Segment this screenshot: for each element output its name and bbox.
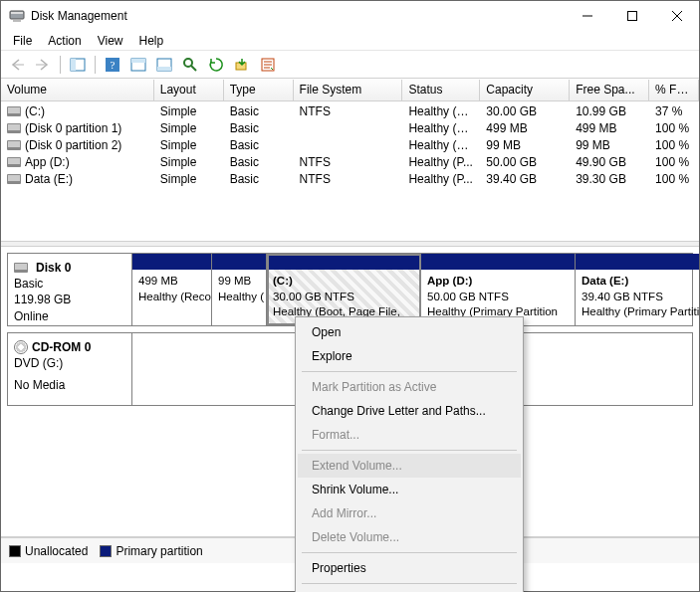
partition-strip: 499 MBHealthy (Reco 99 MBHealthy ( (C:)3…: [132, 254, 699, 325]
properties-button[interactable]: [256, 54, 280, 76]
partition-stripe: [576, 254, 699, 270]
volume-row[interactable]: (Disk 0 partition 1) Simple Basic Health…: [1, 119, 699, 136]
menu-action[interactable]: Action: [40, 32, 89, 50]
disk-title: Disk 0: [36, 260, 71, 276]
toolbar-separator: [60, 56, 61, 74]
volume-row[interactable]: (Disk 0 partition 2) Simple Basic Health…: [1, 136, 699, 153]
volume-icon: [7, 174, 21, 184]
ctx-help[interactable]: Help: [298, 587, 521, 592]
nav-forward-button[interactable]: [31, 54, 55, 76]
volume-name: (Disk 0 partition 2): [25, 138, 121, 152]
help-button[interactable]: ?: [101, 54, 124, 76]
svg-rect-2: [13, 20, 21, 22]
settings-bottom-button[interactable]: [152, 54, 176, 76]
rescan-disks-button[interactable]: [178, 54, 202, 76]
svg-rect-5: [71, 59, 76, 71]
window-title: Disk Management: [31, 9, 565, 23]
ctx-properties[interactable]: Properties: [298, 556, 521, 580]
ctx-delete-volume[interactable]: Delete Volume...: [298, 525, 521, 549]
volume-name: (Disk 0 partition 1): [25, 121, 121, 135]
refresh-button[interactable]: [204, 54, 228, 76]
ctx-explore[interactable]: Explore: [298, 344, 521, 368]
partition-c[interactable]: (C:)30.00 GB NTFSHealthy (Boot, Page Fil…: [267, 254, 421, 325]
col-type[interactable]: Type: [224, 80, 294, 100]
volume-list-body: (C:) Simple Basic NTFS Healthy (B... 30.…: [1, 101, 699, 241]
volume-layout: Simple: [154, 104, 224, 118]
volume-list-header: Volume Layout Type File System Status Ca…: [1, 80, 699, 101]
volume-free: 10.99 GB: [570, 104, 649, 118]
col-layout[interactable]: Layout: [154, 80, 224, 100]
disk-state: Online: [14, 308, 125, 324]
close-button[interactable]: [654, 1, 699, 31]
ctx-change-letter[interactable]: Change Drive Letter and Paths...: [298, 399, 521, 423]
swatch-primary: [100, 545, 112, 557]
volume-row[interactable]: App (D:) Simple Basic NTFS Healthy (P...…: [1, 153, 699, 170]
volume-name: (C:): [25, 104, 45, 118]
disk-info[interactable]: CD-ROM 0 DVD (G:) No Media: [8, 333, 132, 405]
partition-e[interactable]: Data (E:)39.40 GB NTFSHealthy (Primary P…: [576, 254, 699, 325]
ctx-format[interactable]: Format...: [298, 423, 521, 447]
disk-type: Basic: [14, 276, 125, 292]
volume-name: Data (E:): [25, 172, 73, 186]
nav-back-button[interactable]: [5, 54, 29, 76]
optical-icon: [14, 340, 28, 354]
ctx-mark-active[interactable]: Mark Partition as Active: [298, 375, 521, 399]
volume-icon: [7, 157, 21, 167]
partition-d[interactable]: App (D:)50.00 GB NTFSHealthy (Primary Pa…: [421, 254, 576, 325]
ctx-add-mirror[interactable]: Add Mirror...: [298, 501, 521, 525]
media-state: No Media: [14, 377, 125, 393]
svg-rect-1: [11, 12, 23, 14]
partition-efi[interactable]: 99 MBHealthy (: [212, 254, 267, 325]
ctx-separator: [302, 583, 517, 584]
partition-stripe: [421, 254, 575, 270]
col-capacity[interactable]: Capacity: [480, 80, 570, 100]
menu-file[interactable]: File: [5, 32, 40, 50]
disk-size: 119.98 GB: [14, 292, 125, 307]
col-freespace[interactable]: Free Spa...: [570, 80, 649, 100]
context-menu: Open Explore Mark Partition as Active Ch…: [295, 316, 524, 592]
partition-recovery[interactable]: 499 MBHealthy (Reco: [132, 254, 212, 325]
show-hide-console-button[interactable]: [66, 54, 90, 76]
volume-type: Basic: [224, 104, 294, 118]
volume-row[interactable]: Data (E:) Simple Basic NTFS Healthy (P..…: [1, 170, 699, 187]
title-bar: Disk Management: [1, 1, 699, 31]
ctx-extend-volume[interactable]: Extend Volume...: [298, 454, 521, 478]
drive-letter: DVD (G:): [14, 355, 125, 371]
col-status[interactable]: Status: [402, 80, 480, 100]
disk-info[interactable]: Disk 0 Basic 119.98 GB Online: [8, 254, 132, 325]
ctx-shrink-volume[interactable]: Shrink Volume...: [298, 478, 521, 501]
maximize-button[interactable]: [609, 1, 654, 31]
partition-stripe: [132, 254, 211, 270]
legend-unallocated: Unallocated: [9, 544, 88, 558]
volume-row[interactable]: (C:) Simple Basic NTFS Healthy (B... 30.…: [1, 102, 699, 119]
disk-icon: [14, 263, 28, 273]
col-filesystem[interactable]: File System: [294, 80, 403, 100]
volume-pct: 37 %: [649, 104, 699, 118]
menu-view[interactable]: View: [90, 32, 131, 50]
toolbar: ?: [1, 51, 699, 79]
volume-capacity: 30.00 GB: [480, 104, 570, 118]
disk-title: CD-ROM 0: [32, 339, 91, 355]
settings-top-button[interactable]: [126, 54, 150, 76]
volume-fs: NTFS: [294, 104, 403, 118]
ctx-separator: [302, 371, 517, 372]
legend-primary: Primary partition: [100, 544, 202, 558]
minimize-button[interactable]: [565, 1, 609, 31]
svg-point-12: [184, 59, 192, 67]
ctx-open[interactable]: Open: [298, 320, 521, 344]
toolbar-separator: [95, 56, 96, 74]
volume-name: App (D:): [25, 155, 70, 169]
menu-help[interactable]: Help: [131, 32, 172, 50]
col-pctfree[interactable]: % Free: [649, 80, 699, 100]
partition-stripe: [212, 254, 266, 270]
volume-icon: [7, 140, 21, 150]
svg-rect-9: [131, 59, 145, 63]
volume-status: Healthy (B...: [402, 104, 480, 118]
ctx-separator: [302, 450, 517, 451]
attach-vhd-button[interactable]: [230, 54, 254, 76]
volume-icon: [7, 123, 21, 133]
svg-rect-11: [157, 67, 171, 71]
volume-icon: [7, 106, 21, 116]
volume-list: Volume Layout Type File System Status Ca…: [1, 79, 699, 241]
col-volume[interactable]: Volume: [1, 80, 154, 100]
